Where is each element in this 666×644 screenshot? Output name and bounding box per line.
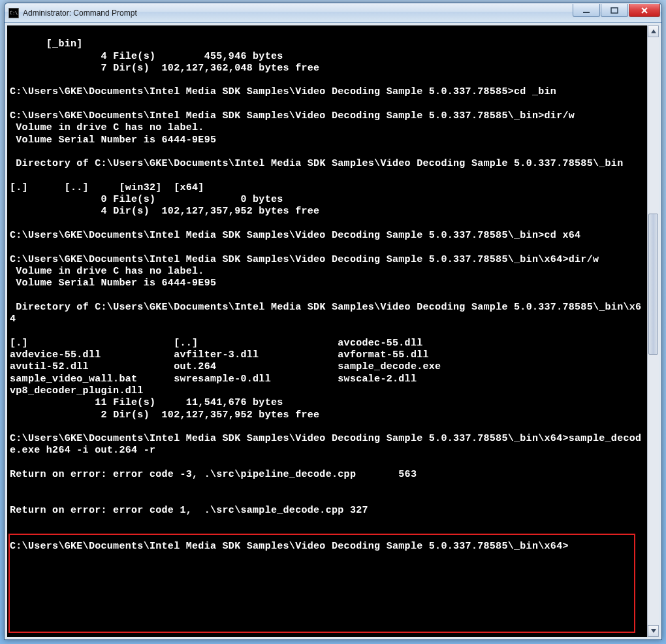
scrollbar-track[interactable] (648, 37, 659, 625)
titlebar[interactable]: C:\ Administrator: Command Prompt (5, 3, 661, 23)
window-controls (572, 3, 661, 22)
console-output[interactable]: [_bin] 4 File(s) 455,946 bytes 7 Dir(s) … (7, 25, 647, 637)
close-button[interactable] (629, 4, 660, 17)
app-icon: C:\ (8, 8, 19, 18)
scroll-down-button[interactable] (648, 625, 659, 637)
close-icon (640, 7, 649, 14)
chevron-down-icon (651, 629, 656, 633)
command-prompt-window: C:\ Administrator: Command Prompt [_bin]… (4, 3, 662, 640)
scrollbar-thumb[interactable] (648, 214, 658, 355)
content-area: [_bin] 4 File(s) 455,946 bytes 7 Dir(s) … (5, 23, 661, 639)
minimize-icon (582, 7, 591, 14)
minimize-button[interactable] (573, 4, 600, 17)
chevron-up-icon (651, 29, 656, 33)
svg-rect-0 (583, 12, 590, 13)
maximize-button[interactable] (601, 4, 628, 17)
window-title: Administrator: Command Prompt (23, 8, 572, 18)
vertical-scrollbar[interactable] (647, 25, 659, 637)
svg-rect-1 (611, 8, 618, 13)
scroll-up-button[interactable] (648, 25, 659, 37)
maximize-icon (610, 7, 619, 14)
error-highlight-box (8, 534, 635, 633)
